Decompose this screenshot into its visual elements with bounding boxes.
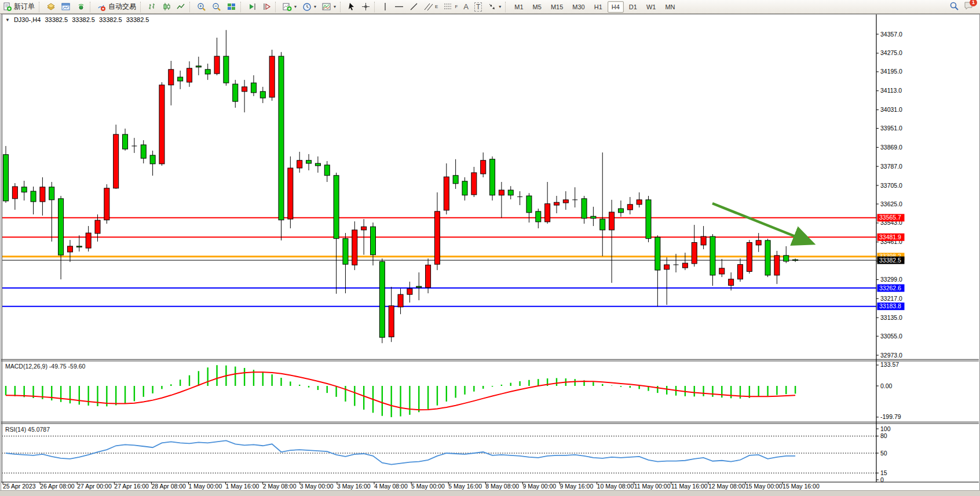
trend-arrow-object[interactable] xyxy=(712,203,810,242)
indicators-button[interactable]: ▾ xyxy=(280,1,299,13)
horizontal-line-tool[interactable] xyxy=(392,1,407,13)
candle xyxy=(554,202,560,205)
fibo-glyph: F xyxy=(455,4,458,9)
dropdown-arrow-icon[interactable]: ▾ xyxy=(294,4,297,9)
candle xyxy=(297,161,302,168)
rsi-indicator-label: RSI(14) 45.0787 xyxy=(5,426,50,433)
symbol-title: DJ30-,H4 xyxy=(14,16,41,23)
separator xyxy=(90,2,93,12)
price-tick-label: 32973.0 xyxy=(880,352,902,359)
chart-canvas[interactable]: 34357.034275.034195.034113.034031.033951… xyxy=(0,14,980,496)
price-tick-label: 33135.0 xyxy=(880,314,902,321)
arrows-tool[interactable]: ▾ xyxy=(485,1,504,13)
zoom-out-icon xyxy=(212,2,221,12)
candle xyxy=(416,286,422,287)
tile-windows-button[interactable] xyxy=(224,1,239,13)
search-icon[interactable] xyxy=(949,1,959,13)
timeframe-h4[interactable]: H4 xyxy=(608,1,624,13)
separator xyxy=(505,2,509,12)
dropdown-arrow-icon[interactable]: ▾ xyxy=(499,4,501,9)
time-tick-label: 5 May 16:00 xyxy=(448,483,482,490)
candle xyxy=(692,242,697,263)
market-watch-button[interactable] xyxy=(43,1,58,13)
timeframe-h1[interactable]: H1 xyxy=(590,1,606,13)
channel-icon xyxy=(424,2,433,11)
separator xyxy=(275,2,279,12)
crosshair-tool-button[interactable] xyxy=(359,1,373,13)
auto-scroll-button[interactable] xyxy=(245,1,259,13)
clock-icon xyxy=(302,2,312,12)
separator xyxy=(374,2,378,12)
price-tick-label: 34113.0 xyxy=(880,87,902,94)
candle xyxy=(462,181,467,195)
candle xyxy=(159,85,164,164)
auto-trading-button[interactable]: 自动交易 xyxy=(94,1,139,13)
periods-button[interactable]: ▾ xyxy=(299,1,319,13)
timeframe-w1[interactable]: W1 xyxy=(642,1,660,13)
time-tick-label: 3 May 00:00 xyxy=(300,483,334,490)
auto-scroll-icon xyxy=(248,2,257,11)
trendline-tool[interactable] xyxy=(407,1,421,13)
candle xyxy=(12,187,17,199)
bar-chart-mode-button[interactable] xyxy=(145,1,159,13)
price-tick-label: 33055.0 xyxy=(880,333,902,340)
line-chart-icon xyxy=(177,2,185,11)
text-tool[interactable]: A xyxy=(460,1,471,13)
candle xyxy=(729,279,734,286)
candle xyxy=(324,165,330,176)
timeframe-d1[interactable]: D1 xyxy=(625,1,641,13)
time-tick-label: 9 May 16:00 xyxy=(560,483,594,490)
price-tick-label: 33951.0 xyxy=(880,125,902,132)
dropdown-arrow-icon[interactable]: ▾ xyxy=(314,4,316,9)
text-label-tool[interactable]: T xyxy=(471,1,485,13)
candle xyxy=(444,177,449,210)
timeframe-mn[interactable]: MN xyxy=(661,1,679,13)
horizontal-line-icon xyxy=(394,2,404,11)
timeframe-m30[interactable]: M30 xyxy=(568,1,588,13)
candle xyxy=(719,268,725,274)
time-tick-label: 11 May 16:00 xyxy=(671,483,708,490)
navigator-button[interactable] xyxy=(74,1,89,13)
candle xyxy=(738,265,743,279)
new-order-button[interactable]: 新订单 xyxy=(0,1,38,13)
line-chart-mode-button[interactable] xyxy=(174,1,188,13)
candle xyxy=(95,220,100,234)
chart-area: 34357.034275.034195.034113.034031.033951… xyxy=(0,14,980,496)
timeframe-m15[interactable]: M15 xyxy=(547,1,567,13)
separator xyxy=(240,2,244,12)
candle xyxy=(664,265,670,269)
ohlc-close: 33382.5 xyxy=(126,16,149,23)
separator xyxy=(189,2,193,12)
candle xyxy=(591,216,596,218)
timeframe-m5[interactable]: M5 xyxy=(529,1,546,13)
candle-chart-mode-button[interactable] xyxy=(159,1,174,13)
fibonacci-tool[interactable]: F xyxy=(441,1,460,13)
candle xyxy=(224,56,229,83)
price-tick-label: 33299.0 xyxy=(880,276,902,283)
cursor-tool-button[interactable] xyxy=(345,1,359,13)
dropdown-arrow-icon[interactable]: ▾ xyxy=(334,4,336,9)
collapse-arrow-icon[interactable]: ▼ xyxy=(5,17,10,23)
templates-button[interactable]: ▾ xyxy=(319,1,339,13)
candle xyxy=(600,219,605,230)
time-tick-label: 12 May 08:00 xyxy=(708,483,745,490)
timeframe-m1[interactable]: M1 xyxy=(510,1,527,13)
current-price-label-text: 33382.5 xyxy=(879,257,901,264)
equidistant-channel-tool[interactable]: E xyxy=(421,1,441,13)
candle xyxy=(315,163,320,166)
time-tick-label: 1 May 16:00 xyxy=(226,483,259,490)
candle xyxy=(361,227,367,230)
data-window-button[interactable] xyxy=(58,1,74,13)
vertical-line-tool[interactable] xyxy=(379,1,392,13)
price-tick-label: 34275.0 xyxy=(880,49,902,56)
symbol-header[interactable]: ▼ DJ30-,H4 33382.5 33382.5 33382.5 33382… xyxy=(5,16,149,23)
candle xyxy=(426,265,431,287)
price-tick-label: 34357.0 xyxy=(880,31,902,38)
chart-shift-button[interactable] xyxy=(259,1,274,13)
price-tick-label: 33869.0 xyxy=(880,144,902,151)
zoom-out-button[interactable] xyxy=(209,1,224,13)
candle xyxy=(471,173,477,195)
zoom-in-button[interactable] xyxy=(194,1,209,13)
notifications-button[interactable]: 1 xyxy=(964,1,974,12)
candle xyxy=(67,246,72,252)
